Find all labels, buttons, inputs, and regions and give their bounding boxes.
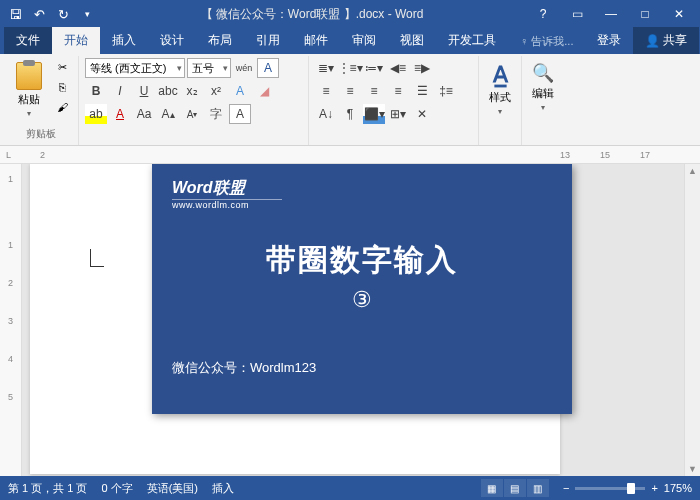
paste-button[interactable]: 粘贴 ▾: [10, 58, 48, 122]
format-painter-icon[interactable]: 🖌: [52, 98, 72, 116]
login-link[interactable]: 登录: [585, 27, 633, 54]
sort-icon[interactable]: A↓: [315, 104, 337, 124]
vertical-scrollbar[interactable]: ▲ ▼: [684, 164, 700, 476]
scroll-up-icon[interactable]: ▲: [688, 166, 697, 176]
qat-customize-icon[interactable]: ▾: [76, 3, 98, 25]
strikethrough-button[interactable]: abc: [157, 81, 179, 101]
tab-insert[interactable]: 插入: [100, 27, 148, 54]
subscript-button[interactable]: x₂: [181, 81, 203, 101]
minimize-icon[interactable]: —: [594, 0, 628, 28]
vertical-ruler[interactable]: 112345: [0, 164, 22, 476]
tab-review[interactable]: 审阅: [340, 27, 388, 54]
share-button[interactable]: 👤共享: [633, 27, 699, 54]
justify-icon[interactable]: ≡: [387, 81, 409, 101]
increase-indent-icon[interactable]: ≡▶: [411, 58, 433, 78]
window-controls: ? ▭ — □ ✕: [526, 0, 696, 28]
char-shading-icon[interactable]: A: [229, 104, 251, 124]
window-title: 【 微信公众号：Word联盟 】.docx - Word: [98, 6, 526, 23]
bold-button[interactable]: B: [85, 81, 107, 101]
superscript-button[interactable]: x²: [205, 81, 227, 101]
status-page[interactable]: 第 1 页，共 1 页: [8, 481, 87, 496]
help-icon[interactable]: ?: [526, 0, 560, 28]
zoom-slider[interactable]: [575, 487, 645, 490]
read-mode-icon[interactable]: ▦: [481, 479, 503, 497]
editing-button[interactable]: 🔍 编辑 ▾: [528, 58, 558, 116]
decrease-indent-icon[interactable]: ◀≡: [387, 58, 409, 78]
zoom-control: − + 175%: [563, 482, 692, 494]
snap-grid-icon[interactable]: ✕: [411, 104, 433, 124]
styles-button[interactable]: A̲ 样式 ▾: [485, 58, 515, 120]
copy-icon[interactable]: ⎘: [52, 78, 72, 96]
clipboard-icon: [16, 62, 42, 90]
underline-button[interactable]: U: [133, 81, 155, 101]
cut-icon[interactable]: ✂: [52, 58, 72, 76]
change-case-icon[interactable]: Aa: [133, 104, 155, 124]
font-name-combo[interactable]: 等线 (西文正文): [85, 58, 185, 78]
borders-icon[interactable]: ⊞▾: [387, 104, 409, 124]
shading-icon[interactable]: ⬛▾: [363, 104, 385, 124]
zoom-level[interactable]: 175%: [664, 482, 692, 494]
shrink-font-icon[interactable]: A▾: [181, 104, 203, 124]
phonetic-guide-icon[interactable]: wén: [233, 58, 255, 78]
tell-me[interactable]: ♀ 告诉我...: [508, 29, 585, 54]
horizontal-ruler[interactable]: L2 131517: [0, 146, 700, 164]
align-right-icon[interactable]: ≡: [363, 81, 385, 101]
multilevel-list-icon[interactable]: ≔▾: [363, 58, 385, 78]
status-lang[interactable]: 英语(美国): [147, 481, 198, 496]
text-effects-icon[interactable]: A: [229, 81, 251, 101]
tab-design[interactable]: 设计: [148, 27, 196, 54]
group-editing: 🔍 编辑 ▾: [522, 56, 564, 145]
font-color-icon[interactable]: A: [109, 104, 131, 124]
zoom-out-icon[interactable]: −: [563, 482, 569, 494]
line-spacing-icon[interactable]: ‡≡: [435, 81, 457, 101]
group-clipboard: 粘贴 ▾ ✂ ⎘ 🖌 剪贴板: [4, 56, 79, 145]
bullets-icon[interactable]: ≣▾: [315, 58, 337, 78]
tab-home[interactable]: 开始: [52, 27, 100, 54]
overlay-number: ③: [172, 287, 552, 313]
web-layout-icon[interactable]: ▥: [527, 479, 549, 497]
tab-dev[interactable]: 开发工具: [436, 27, 508, 54]
ribbon-options-icon[interactable]: ▭: [560, 0, 594, 28]
tab-view[interactable]: 视图: [388, 27, 436, 54]
content-overlay: Word联盟 www.wordlm.com 带圈数字输入 ③ 微信公众号：Wor…: [152, 164, 572, 414]
undo-icon[interactable]: ↶: [28, 3, 50, 25]
italic-button[interactable]: I: [109, 81, 131, 101]
print-layout-icon[interactable]: ▤: [504, 479, 526, 497]
enclose-char-icon[interactable]: 字: [205, 104, 227, 124]
maximize-icon[interactable]: □: [628, 0, 662, 28]
status-words[interactable]: 0 个字: [101, 481, 132, 496]
grow-font-icon[interactable]: A▴: [157, 104, 179, 124]
quick-access-toolbar: 🖫 ↶ ↻ ▾: [4, 3, 98, 25]
scroll-down-icon[interactable]: ▼: [688, 464, 697, 474]
clear-formatting-icon[interactable]: ◢: [253, 81, 275, 101]
zoom-in-icon[interactable]: +: [651, 482, 657, 494]
workspace: 112345 Word联盟 www.wordlm.com 带圈数字输入 ③ 微信…: [0, 164, 700, 476]
ribbon-tabs: 文件 开始 插入 设计 布局 引用 邮件 审阅 视图 开发工具 ♀ 告诉我...…: [0, 28, 700, 54]
tab-layout[interactable]: 布局: [196, 27, 244, 54]
titlebar: 🖫 ↶ ↻ ▾ 【 微信公众号：Word联盟 】.docx - Word ? ▭…: [0, 0, 700, 28]
overlay-title: 带圈数字输入: [172, 240, 552, 281]
tab-references[interactable]: 引用: [244, 27, 292, 54]
close-icon[interactable]: ✕: [662, 0, 696, 28]
align-center-icon[interactable]: ≡: [339, 81, 361, 101]
ribbon: 粘贴 ▾ ✂ ⎘ 🖌 剪贴板 等线 (西文正文) 五号 wén A B I U …: [0, 54, 700, 146]
group-label-clipboard: 剪贴板: [10, 125, 72, 143]
group-paragraph: ≣▾ ⋮≡▾ ≔▾ ◀≡ ≡▶ ≡ ≡ ≡ ≡ ☰ ‡≡ A↓ ¶ ⬛▾ ⊞▾ …: [309, 56, 479, 145]
overlay-logo-sub: www.wordlm.com: [172, 199, 282, 210]
character-border-icon[interactable]: A: [257, 58, 279, 78]
status-ime[interactable]: 插入: [212, 481, 234, 496]
show-marks-icon[interactable]: ¶: [339, 104, 361, 124]
tab-mail[interactable]: 邮件: [292, 27, 340, 54]
numbering-icon[interactable]: ⋮≡▾: [339, 58, 361, 78]
redo-icon[interactable]: ↻: [52, 3, 74, 25]
save-icon[interactable]: 🖫: [4, 3, 26, 25]
tab-file[interactable]: 文件: [4, 27, 52, 54]
highlight-icon[interactable]: ab: [85, 104, 107, 124]
distributed-icon[interactable]: ☰: [411, 81, 433, 101]
font-size-combo[interactable]: 五号: [187, 58, 231, 78]
text-cursor: [90, 249, 104, 267]
document-area[interactable]: Word联盟 www.wordlm.com 带圈数字输入 ③ 微信公众号：Wor…: [22, 164, 684, 476]
overlay-logo: Word联盟: [172, 178, 552, 199]
styles-icon: A̲: [493, 62, 508, 88]
align-left-icon[interactable]: ≡: [315, 81, 337, 101]
